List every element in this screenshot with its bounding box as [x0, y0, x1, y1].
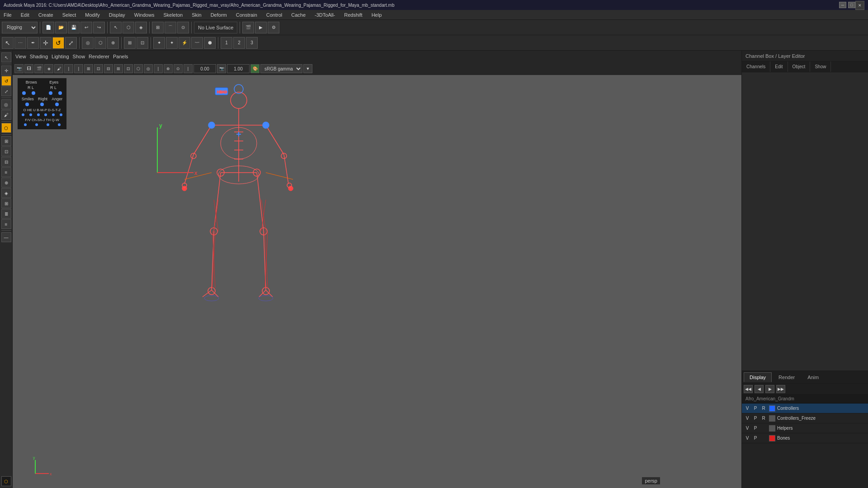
- scale-value-input[interactable]: [227, 64, 250, 73]
- shading-menu[interactable]: Shading: [30, 54, 48, 59]
- active-tool-button[interactable]: ⬡: [1, 123, 11, 133]
- layer-p-helpers[interactable]: P: [752, 426, 759, 431]
- select-button[interactable]: ↖: [2, 37, 14, 49]
- right-dot[interactable]: [40, 103, 44, 106]
- lt-btn-d[interactable]: ≡: [1, 167, 11, 177]
- soft-mod-button[interactable]: ◎: [1, 99, 11, 109]
- panels-menu[interactable]: Panels: [113, 54, 128, 59]
- paint-select-button[interactable]: ✒: [27, 37, 39, 49]
- tab-anim[interactable]: Anim: [802, 372, 825, 382]
- display-quality-button[interactable]: 1: [221, 37, 232, 49]
- vt-btn9[interactable]: ⊡: [94, 64, 103, 73]
- layer-p-bones[interactable]: P: [752, 436, 759, 441]
- ph1-dot[interactable]: [22, 113, 24, 116]
- ipr-button[interactable]: ▶: [255, 22, 267, 33]
- menu-display[interactable]: Display: [107, 11, 127, 19]
- vt-btn6[interactable]: |: [64, 64, 73, 73]
- show-last-button[interactable]: ⊡: [137, 37, 148, 49]
- layer-next-button[interactable]: ▶: [765, 385, 774, 393]
- layer-v-bones[interactable]: V: [744, 436, 751, 441]
- eye-l-dot[interactable]: [58, 91, 62, 95]
- menu-create[interactable]: Create: [37, 11, 55, 19]
- universal-button[interactable]: ⊕: [107, 37, 119, 49]
- display-quality2-button[interactable]: 2: [233, 37, 245, 49]
- vt-btn16[interactable]: ⊕: [164, 64, 173, 73]
- save-button[interactable]: 💾: [68, 22, 80, 33]
- tab-channels[interactable]: Channels: [742, 61, 770, 72]
- menu-cache[interactable]: Cache: [289, 11, 307, 19]
- new-scene-button[interactable]: 📄: [42, 22, 54, 33]
- vt-gamma-btn[interactable]: ▼: [303, 64, 312, 73]
- layer-v-freeze[interactable]: V: [744, 416, 751, 421]
- vt-btn4[interactable]: ◈: [44, 64, 53, 73]
- paint-button[interactable]: ◈: [135, 22, 147, 33]
- move-button[interactable]: ✛: [40, 37, 52, 49]
- menu-skin[interactable]: Skin: [190, 11, 203, 19]
- layer-row-controllers-freeze[interactable]: V P R Controllers_Freeze: [742, 413, 868, 423]
- maximize-button[interactable]: □: [848, 2, 855, 8]
- lt-btn-h[interactable]: ≣: [1, 209, 11, 219]
- lt-btn-g[interactable]: ⊞: [1, 198, 11, 208]
- lt-btn-c[interactable]: ⊟: [1, 157, 11, 167]
- ph2-dot[interactable]: [29, 113, 32, 116]
- vt-btn14[interactable]: ◎: [144, 64, 153, 73]
- render-button[interactable]: 🎬: [242, 22, 254, 33]
- snap-point-button[interactable]: ⊙: [177, 22, 189, 33]
- menu-windows[interactable]: Windows: [132, 11, 156, 19]
- menu-3dtoall[interactable]: -3DToAll-: [313, 11, 337, 19]
- menu-constrain[interactable]: Constrain: [234, 11, 259, 19]
- vt-btn12[interactable]: ⊡: [124, 64, 133, 73]
- minimize-button[interactable]: ─: [839, 2, 846, 8]
- layer-row-helpers[interactable]: V P Helpers: [742, 423, 868, 433]
- menu-control[interactable]: Control: [264, 11, 284, 19]
- layer-prev-button[interactable]: ◀: [755, 385, 764, 393]
- rotate-lt-button[interactable]: ↺: [1, 76, 11, 86]
- brow-r-dot[interactable]: [22, 91, 26, 95]
- vt-btn1[interactable]: 📷: [14, 64, 24, 73]
- ph10-dot[interactable]: [58, 123, 61, 126]
- select-tool-button[interactable]: ↖: [110, 22, 122, 33]
- ik-spline-button[interactable]: 〰: [191, 37, 203, 49]
- smile-dot[interactable]: [25, 103, 29, 106]
- lasso-select-button[interactable]: ⋯: [14, 37, 26, 49]
- scale-button[interactable]: ⤢: [65, 37, 77, 49]
- vt-btn3[interactable]: 🎬: [34, 64, 43, 73]
- joint-button[interactable]: ✦: [166, 37, 178, 49]
- soft-select-button[interactable]: ◎: [82, 37, 94, 49]
- layer-r-freeze[interactable]: R: [760, 416, 767, 421]
- redo-button[interactable]: ↪: [93, 22, 105, 33]
- layer-r-controllers[interactable]: R: [760, 406, 767, 411]
- layer-row-bones[interactable]: V P Bones: [742, 433, 868, 443]
- menu-file[interactable]: File: [2, 11, 14, 19]
- tab-show[interactable]: Show: [810, 61, 831, 72]
- menu-deform[interactable]: Deform: [209, 11, 229, 19]
- ph8-dot[interactable]: [35, 123, 38, 126]
- render-settings-button[interactable]: ⚙: [268, 22, 279, 33]
- layer-p-controllers[interactable]: P: [752, 406, 759, 411]
- skin-button[interactable]: ⬢: [204, 37, 216, 49]
- menu-select[interactable]: Select: [61, 11, 78, 19]
- time-value-input[interactable]: [193, 64, 216, 73]
- lt-bottom-btn[interactable]: ⬡: [1, 476, 11, 486]
- anger-dot[interactable]: [55, 103, 59, 106]
- ph7-dot[interactable]: [24, 123, 27, 126]
- lt-btn-b[interactable]: ⊡: [1, 146, 11, 156]
- tab-object[interactable]: Object: [788, 61, 811, 72]
- ph5-dot[interactable]: [52, 113, 55, 116]
- vt-btn13[interactable]: ⬡: [134, 64, 143, 73]
- vt-camera-btn[interactable]: 📷: [217, 64, 226, 73]
- vt-btn11[interactable]: ⊞: [114, 64, 123, 73]
- snap-grid-button[interactable]: ⊞: [152, 22, 164, 33]
- brow-l-dot[interactable]: [32, 91, 35, 95]
- move-lt-button[interactable]: ✛: [1, 66, 11, 75]
- ph4-dot[interactable]: [44, 113, 47, 116]
- open-button[interactable]: 📂: [55, 22, 67, 33]
- viewport[interactable]: View Shading Lighting Show Renderer Pane…: [13, 51, 741, 488]
- lasso-button[interactable]: ⬡: [123, 22, 134, 33]
- vt-color-btn[interactable]: 🎨: [250, 64, 259, 73]
- vt-btn5[interactable]: 🖌: [54, 64, 63, 73]
- close-channel-box-button[interactable]: ✕: [855, 1, 864, 10]
- menu-skeleton[interactable]: Skeleton: [161, 11, 184, 19]
- menu-modify[interactable]: Modify: [83, 11, 101, 19]
- cluster-button[interactable]: ✦: [153, 37, 165, 49]
